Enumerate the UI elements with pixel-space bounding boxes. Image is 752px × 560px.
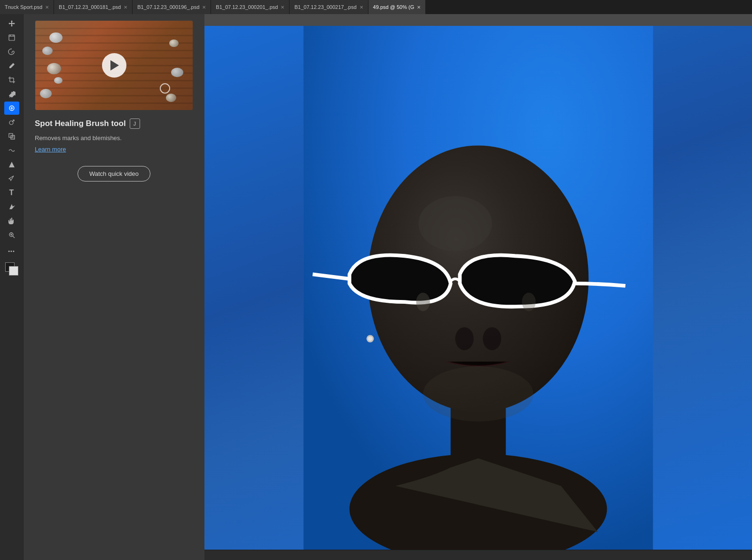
- foreground-color-swatch[interactable]: [5, 262, 18, 276]
- path-select-tool-button[interactable]: [4, 200, 19, 213]
- tab-tnuck[interactable]: Tnuck Sport.psd ✕: [0, 0, 54, 14]
- close-tab-b1-196[interactable]: ✕: [202, 5, 206, 10]
- close-tab-b1-217[interactable]: ✕: [360, 5, 363, 10]
- svg-rect-0: [9, 35, 15, 40]
- move-tool-button[interactable]: [4, 17, 19, 30]
- tab-49psd[interactable]: 49.psd @ 50% (G ✕: [368, 0, 426, 14]
- tab-b1-196[interactable]: B1_07.12.23_000196_.psd ✕: [133, 0, 211, 14]
- close-tab-b1-181[interactable]: ✕: [124, 5, 127, 10]
- title-bar: Tnuck Sport.psd ✕ B1_07.12.23_000181_.ps…: [0, 0, 752, 14]
- tab-b1-217[interactable]: B1_07.12.23_000217_.psd ✕: [290, 0, 368, 14]
- zoom-tool-button[interactable]: [4, 229, 19, 242]
- svg-rect-13: [11, 135, 15, 139]
- close-tab-tnuck[interactable]: ✕: [45, 5, 49, 10]
- learn-more-link[interactable]: Learn more: [35, 146, 66, 153]
- close-tab-b1-201[interactable]: ✕: [281, 5, 284, 10]
- svg-point-23: [418, 196, 492, 251]
- more-tools-button[interactable]: •••: [4, 245, 19, 258]
- tool-name-label: Spot Healing Brush tool: [35, 119, 126, 128]
- main-photo-svg: [204, 26, 752, 560]
- text-tool-button[interactable]: T: [4, 186, 19, 199]
- brush-tool-button[interactable]: [4, 59, 19, 72]
- tab-b1-181[interactable]: B1_07.12.23_000181_.psd ✕: [54, 0, 133, 14]
- lasso-tool-button[interactable]: [4, 45, 19, 58]
- transform-tool-button[interactable]: [4, 130, 19, 143]
- sharpen-tool-button[interactable]: [4, 172, 19, 185]
- smudge-tool-button[interactable]: [4, 144, 19, 157]
- svg-line-15: [13, 236, 15, 238]
- svg-point-30: [522, 293, 535, 311]
- tooltip-panel: Spot Healing Brush tool J Removes marks …: [24, 14, 204, 560]
- watch-video-button[interactable]: Watch quick video: [78, 166, 150, 181]
- tab-b1-201[interactable]: B1_07.12.23_000201_.psd ✕: [211, 0, 290, 14]
- key-shortcut-badge: J: [130, 118, 140, 129]
- svg-point-27: [455, 327, 474, 350]
- tool-name-row: Spot Healing Brush tool J: [35, 118, 193, 129]
- crop-tool-button[interactable]: [4, 73, 19, 87]
- svg-point-28: [483, 327, 501, 350]
- dodge-tool-button[interactable]: [4, 158, 19, 171]
- svg-point-29: [416, 293, 430, 311]
- close-tab-49psd[interactable]: ✕: [417, 5, 421, 10]
- healing-tool-button[interactable]: [4, 102, 19, 115]
- photo-canvas: [204, 26, 752, 560]
- video-thumbnail[interactable]: [35, 21, 193, 110]
- tool-info-section: Spot Healing Brush tool J Removes marks …: [24, 110, 204, 181]
- toolbar: T •••: [0, 14, 24, 560]
- svg-point-26: [423, 366, 533, 421]
- tool-description: Removes marks and blemishes.: [35, 134, 193, 143]
- hand-tool-button[interactable]: [4, 214, 19, 228]
- eyedropper-tool-button[interactable]: [4, 87, 19, 101]
- canvas-area: [204, 14, 752, 560]
- clone-tool-button[interactable]: [4, 116, 19, 129]
- play-button[interactable]: [102, 53, 126, 78]
- cursor-indicator: [160, 83, 170, 94]
- svg-point-25: [368, 336, 373, 341]
- play-icon: [110, 60, 119, 71]
- artboard-tool-button[interactable]: [4, 31, 19, 44]
